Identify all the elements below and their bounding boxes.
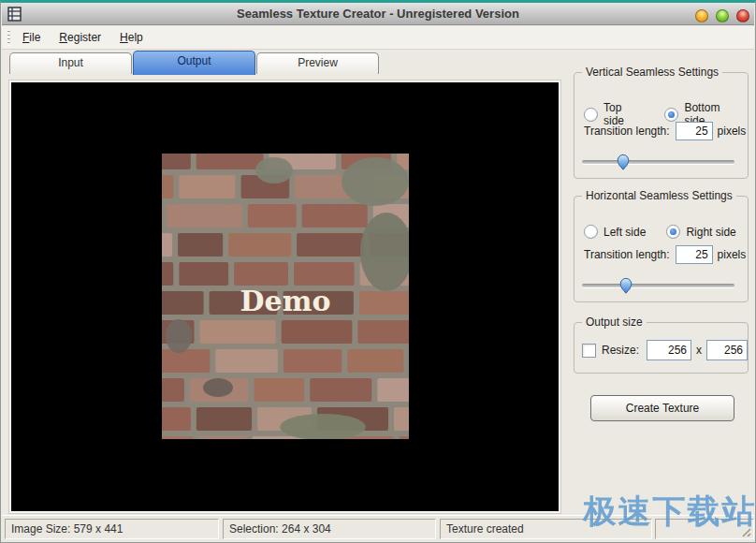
horizontal-side-radios: Left side Right side xyxy=(584,225,742,239)
texture-preview-image: Demo xyxy=(162,154,409,439)
vertical-transition-row: Transition length: pixels xyxy=(584,122,746,140)
horizontal-transition-input[interactable] xyxy=(676,245,713,264)
output-width-input[interactable] xyxy=(647,340,691,360)
horizontal-seamless-settings-group: Horizontal Seamless Settings Left side R… xyxy=(574,196,749,302)
group-title: Vertical Seamless Settings xyxy=(582,66,722,79)
status-message: Texture created xyxy=(440,519,652,539)
vertical-transition-slider[interactable] xyxy=(582,154,734,170)
status-selection: Selection: 264 x 304 xyxy=(223,519,436,539)
pixels-label: pixels xyxy=(718,125,747,138)
app-window: Seamless Texture Creator - Unregistered … xyxy=(0,0,756,543)
radio-bottom-side[interactable] xyxy=(664,108,678,122)
radio-right-side[interactable] xyxy=(666,225,680,239)
create-texture-button[interactable]: Create Texture xyxy=(590,395,734,421)
menu-item-file[interactable]: File xyxy=(16,28,47,47)
menu-bar: File Register Help xyxy=(2,26,754,50)
title-bar[interactable]: Seamless Texture Creator - Unregistered … xyxy=(2,3,754,25)
slider-thumb[interactable] xyxy=(617,154,630,170)
tab-input[interactable]: Input xyxy=(9,52,132,74)
resize-grip-icon[interactable] xyxy=(739,525,751,537)
status-image-size: Image Size: 579 x 441 xyxy=(5,519,219,539)
tab-preview[interactable]: Preview xyxy=(256,52,379,74)
radio-left-side-label[interactable]: Left side xyxy=(603,226,646,239)
slider-track[interactable] xyxy=(582,160,734,164)
resize-label[interactable]: Resize: xyxy=(602,344,639,357)
vertical-transition-input[interactable] xyxy=(676,122,713,140)
transition-length-label: Transition length: xyxy=(584,125,670,138)
radio-right-side-label[interactable]: Right side xyxy=(686,226,735,239)
horizontal-transition-row: Transition length: pixels xyxy=(584,245,746,264)
maximize-button[interactable] xyxy=(716,9,729,22)
resize-checkbox[interactable] xyxy=(582,344,596,358)
horizontal-transition-slider[interactable] xyxy=(582,277,734,294)
group-title: Output size xyxy=(582,316,647,329)
slider-thumb[interactable] xyxy=(619,277,632,294)
vertical-seamless-settings-group: Vertical Seamless Settings Top side Bott… xyxy=(574,72,749,179)
close-button[interactable] xyxy=(736,9,749,22)
resize-row: Resize: x xyxy=(582,340,748,360)
image-canvas[interactable]: Demo xyxy=(9,81,560,513)
demo-watermark-text: Demo xyxy=(240,285,331,317)
tab-output[interactable]: Output xyxy=(133,51,255,75)
pixels-label: pixels xyxy=(718,248,747,261)
output-height-input[interactable] xyxy=(706,340,748,360)
size-separator: x xyxy=(696,344,702,357)
slider-track[interactable] xyxy=(582,284,734,287)
menu-item-register[interactable]: Register xyxy=(52,28,108,47)
output-size-group: Output size Resize: x xyxy=(574,322,749,374)
tab-strip: Input Output Preview xyxy=(9,52,380,74)
transition-length-label: Transition length: xyxy=(584,248,670,261)
radio-left-side[interactable] xyxy=(584,225,598,239)
minimize-button[interactable] xyxy=(695,9,708,22)
window-title: Seamless Texture Creator - Unregistered … xyxy=(2,7,754,21)
menu-item-help[interactable]: Help xyxy=(113,28,150,47)
status-bar: Image Size: 579 x 441 Selection: 264 x 3… xyxy=(2,515,754,541)
group-title: Horizontal Seamless Settings xyxy=(582,189,736,202)
radio-top-side[interactable] xyxy=(584,108,598,122)
menu-gripper-icon xyxy=(7,30,10,46)
